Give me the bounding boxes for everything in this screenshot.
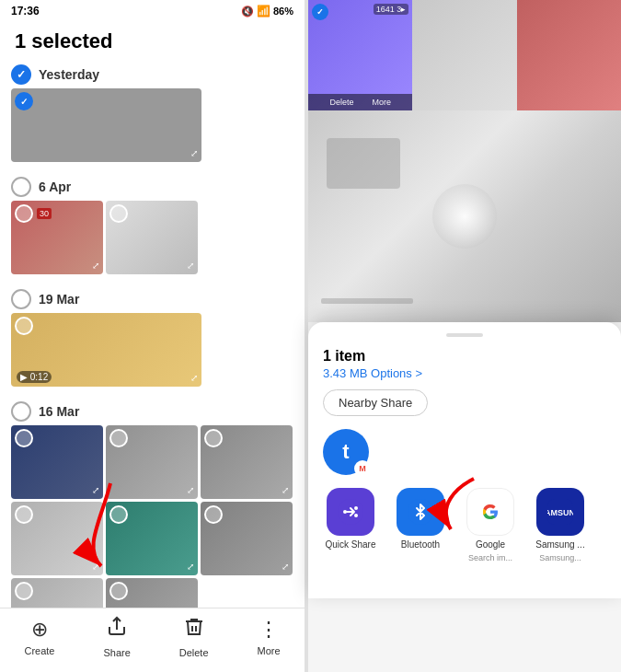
- photo-thumb[interactable]: ⤢: [11, 88, 201, 162]
- select-circle[interactable]: [109, 204, 128, 223]
- date-label-6apr: 6 Apr: [39, 180, 71, 194]
- app-samsung[interactable]: SAMSUNG Samsung ... Samsung...: [533, 488, 588, 562]
- strip-thumb-2[interactable]: [412, 0, 516, 110]
- app-quick-share[interactable]: Quick Share: [323, 488, 378, 562]
- samsung-label: Samsung ...: [535, 539, 584, 550]
- expand-icon: ⤢: [92, 261, 99, 271]
- nearby-share-button[interactable]: Nearby Share: [323, 389, 428, 416]
- more-label: More: [257, 645, 280, 656]
- device-shape: [327, 138, 400, 189]
- expand-icon: ⤢: [187, 261, 194, 271]
- create-icon: ⊕: [31, 618, 48, 642]
- strip-more-btn[interactable]: More: [372, 98, 391, 107]
- select-circle[interactable]: [15, 505, 33, 524]
- expand-icon: ⤢: [282, 562, 289, 572]
- bluetooth-label: Bluetooth: [401, 539, 440, 550]
- date-section-19mar: 19 Mar ▶ 0:12 ⤢: [11, 282, 293, 387]
- app-amazon[interactable]: amazon Amazo...: [603, 488, 606, 562]
- photo-thumb[interactable]: ⤢: [106, 578, 198, 608]
- strip-thumb-3[interactable]: [517, 0, 621, 110]
- gmail-badge: M: [354, 460, 371, 477]
- date-header: Yesterday: [11, 57, 293, 88]
- photo-grid-yesterday: ⤢: [11, 88, 293, 162]
- photo-thumb[interactable]: ⤢: [11, 425, 103, 499]
- expand-icon: ⤢: [190, 373, 198, 383]
- date-select-16mar[interactable]: [11, 401, 31, 422]
- sheet-item-count: 1 item: [323, 348, 606, 365]
- expand-icon: ⤢: [190, 148, 198, 158]
- video-badge: ▶ 0:12: [17, 371, 52, 383]
- more-icon: ⋮: [259, 618, 279, 642]
- date-header: 19 Mar: [11, 282, 293, 313]
- select-circle[interactable]: [15, 429, 33, 447]
- svg-point-3: [343, 510, 347, 514]
- date-select-yesterday[interactable]: [11, 64, 31, 85]
- main-image-inner: [308, 110, 621, 322]
- delete-button[interactable]: Delete: [179, 616, 209, 658]
- gallery-content: Yesterday ⤢ 6 Apr 30 ⤢: [0, 57, 305, 608]
- select-circle[interactable]: [109, 505, 128, 524]
- photo-thumb[interactable]: ⤢: [106, 425, 198, 499]
- sheet-size: 3.43 MB Options >: [323, 366, 606, 380]
- quick-share-label: Quick Share: [325, 539, 375, 550]
- date-section-yesterday: Yesterday ⤢: [11, 57, 293, 162]
- mute-icon: 🔇: [241, 6, 254, 17]
- select-circle[interactable]: [15, 204, 33, 223]
- date-label-16mar: 16 Mar: [39, 404, 79, 419]
- time-display: 17:36: [11, 5, 40, 17]
- expand-icon: ⤢: [92, 485, 99, 495]
- google-label: Google: [476, 539, 505, 550]
- google-icon: [466, 488, 514, 536]
- left-panel: 17:36 🔇 📶 86% 1 selected Yesterday ⤢: [0, 0, 305, 672]
- select-circle[interactable]: [15, 92, 33, 110]
- photo-grid-19mar: ▶ 0:12 ⤢: [11, 313, 293, 387]
- device-base: [321, 298, 413, 304]
- select-circle[interactable]: [15, 317, 33, 335]
- expand-icon: ⤢: [187, 562, 194, 572]
- photo-thumb[interactable]: ⤢: [201, 502, 293, 575]
- image-highlight: [432, 184, 497, 249]
- photo-thumb[interactable]: ⤢: [11, 578, 103, 608]
- photo-label: 30: [37, 208, 52, 219]
- wifi-icon: 📶: [257, 5, 270, 17]
- page-header: 1 selected: [0, 22, 305, 57]
- more-button[interactable]: ⋮ More: [257, 618, 280, 656]
- photo-thumb[interactable]: ⤢: [106, 201, 198, 274]
- expand-icon: ⤢: [92, 562, 99, 572]
- strip-delete-btn[interactable]: Delete: [329, 98, 353, 107]
- date-header: 6 Apr: [11, 169, 293, 201]
- photo-thumb[interactable]: 30 ⤢: [11, 201, 103, 274]
- date-header: 16 Mar: [11, 394, 293, 425]
- share-button[interactable]: Share: [103, 616, 130, 658]
- photo-thumb[interactable]: ⤢: [11, 502, 103, 575]
- samsung-sublabel: Samsung...: [539, 553, 581, 562]
- date-select-6apr[interactable]: [11, 177, 31, 197]
- create-button[interactable]: ⊕ Create: [24, 618, 54, 656]
- select-circle[interactable]: [15, 582, 33, 600]
- app-bluetooth[interactable]: Bluetooth: [393, 488, 448, 562]
- google-sublabel: Search im...: [468, 553, 512, 562]
- main-image-preview: [308, 110, 621, 322]
- bottom-toolbar: ⊕ Create Share Delete: [0, 608, 305, 672]
- select-circle[interactable]: [109, 582, 128, 600]
- quick-share-icon: [327, 488, 374, 536]
- photo-thumb[interactable]: ▶ 0:12 ⤢: [11, 313, 201, 387]
- status-icons: 🔇 📶 86%: [241, 5, 293, 17]
- share-sheet: 1 item 3.43 MB Options > Nearby Share t …: [308, 322, 621, 598]
- strip-thumb-1[interactable]: ✓ 1641 3▸ Delete More: [308, 0, 412, 110]
- selected-count: 1 selected: [15, 29, 290, 53]
- photo-thumb[interactable]: ⤢: [201, 425, 293, 499]
- app-google[interactable]: Google Search im...: [463, 488, 518, 562]
- battery-display: 86%: [273, 6, 293, 17]
- select-circle[interactable]: [204, 429, 223, 447]
- select-circle[interactable]: [204, 505, 223, 524]
- photo-thumb[interactable]: ⤢: [106, 502, 198, 575]
- options-link[interactable]: Options >: [371, 366, 422, 380]
- bluetooth-icon: [397, 488, 444, 536]
- gallery-strip: ✓ 1641 3▸ Delete More: [308, 0, 621, 110]
- share-icon: [106, 616, 128, 643]
- select-circle[interactable]: [109, 429, 128, 447]
- date-select-19mar[interactable]: [11, 289, 31, 309]
- contact-avatar[interactable]: t M: [323, 429, 369, 475]
- svg-point-4: [354, 506, 358, 510]
